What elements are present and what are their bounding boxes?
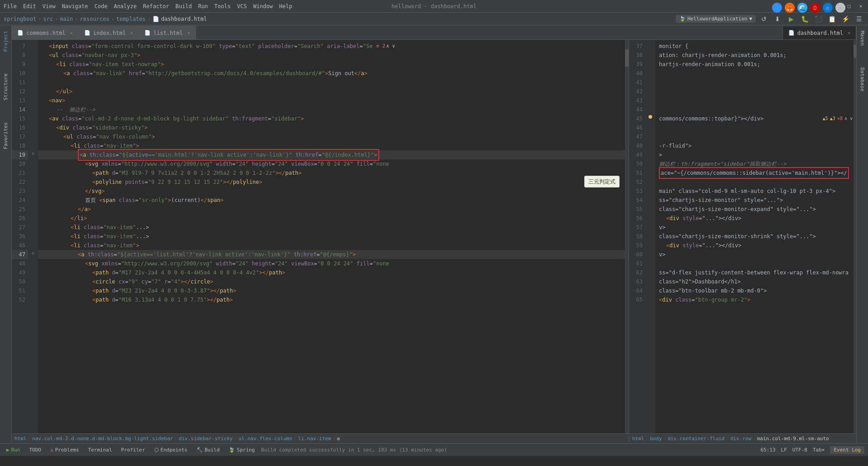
bc-li[interactable]: li.nav-item <box>298 436 331 442</box>
run-toolbar-button[interactable]: ▶ <box>786 14 796 24</box>
bc-div[interactable]: div.sidebar-sticky <box>179 436 233 442</box>
left-editor-pane: 7 8 9 10 11 12 13 14 15 16 17 18 19 20 <box>12 40 629 433</box>
gutter-breakpoint[interactable]: ◇ <box>28 248 38 257</box>
line-num: 45 <box>629 114 645 123</box>
event-log-button[interactable]: Event Log <box>830 446 864 454</box>
run-status-icon: ▶ <box>6 447 10 453</box>
code-line-12: </ul> <box>38 87 629 96</box>
rbc-body[interactable]: body <box>650 436 662 442</box>
terminal-button[interactable]: Terminal <box>86 446 115 454</box>
bc-html[interactable]: html <box>14 436 27 442</box>
run-status-button[interactable]: ▶ Run <box>4 446 23 454</box>
line-num: 11 <box>12 78 28 87</box>
tab-close[interactable]: ✕ <box>848 30 850 35</box>
reload-button[interactable]: ↺ <box>758 14 769 24</box>
menu-build[interactable]: Build <box>176 3 192 10</box>
more-button[interactable]: ☰ <box>854 14 864 24</box>
firefox-icon[interactable]: 🦊 <box>785 3 795 13</box>
right-scroll[interactable] <box>854 40 856 433</box>
tab-dashboard[interactable]: 📄 dashboard.html ✕ <box>783 26 856 39</box>
problems-button[interactable]: ⚠ Problems <box>48 446 82 454</box>
profile-button[interactable]: ⚡ <box>840 14 851 24</box>
bc-ul[interactable]: ul.nav.flex-column <box>238 436 292 442</box>
safari-icon[interactable]: ◎ <box>835 3 845 13</box>
breadcrumb-resources[interactable]: resources <box>80 16 110 22</box>
menu-edit[interactable]: Edit <box>23 3 36 10</box>
line-num: 50 <box>12 277 28 286</box>
browser3-icon[interactable]: 🌊 <box>797 3 807 13</box>
tab-close[interactable]: ✕ <box>70 30 73 35</box>
sidebar-maven[interactable]: Maven <box>858 29 867 48</box>
menu-analyze[interactable]: Analyze <box>114 3 137 10</box>
status-bar: ▶ Run TODO ⚠ Problems Terminal Profiler … <box>0 443 868 456</box>
tab-index[interactable]: 📄 index.html ✕ <box>79 26 139 39</box>
sidebar-database[interactable]: Database <box>858 66 867 93</box>
breadcrumb-springboot[interactable]: springboot <box>4 16 36 22</box>
build-button[interactable]: 🔨 Build <box>194 446 222 454</box>
rbc-html[interactable]: html <box>632 436 644 442</box>
coverage-button[interactable]: 📋 <box>826 14 837 24</box>
line-num: 37 <box>629 42 645 51</box>
line-num: 25 <box>12 205 28 214</box>
endpoints-button[interactable]: ⬡ Endpoints <box>152 446 191 454</box>
menu-vcs[interactable]: VCS <box>237 3 247 10</box>
profiler-button[interactable]: Profiler <box>119 446 148 454</box>
build-message: Build completed successfully in 1 sec, 1… <box>261 447 447 453</box>
line-num: 61 <box>629 259 645 268</box>
update-button[interactable]: ⬇ <box>772 14 783 24</box>
breadcrumb-main[interactable]: main <box>60 16 73 22</box>
bottom-breadcrumb: html › nav.col-md-2.d-none.d-md-block.bg… <box>12 433 856 443</box>
sidebar-favorites[interactable]: Favorites <box>1 120 10 151</box>
rbc-divrow[interactable]: div.row <box>730 436 751 442</box>
tab-icon: 📄 <box>17 30 24 36</box>
tab-label: dashboard.html <box>797 30 843 36</box>
breadcrumb-src[interactable]: src <box>43 16 53 22</box>
menu-bar[interactable]: File Edit View Navigate Code Analyze Ref… <box>4 3 292 10</box>
tab-list[interactable]: 📄 list.html ✕ <box>139 26 196 39</box>
toolbar-right: 🌐 🦊 🌊 O e ◎ 🍃 HellowordApplication ▼ ↺ ⬇… <box>676 14 864 24</box>
gutter-breakpoint[interactable]: ◇ <box>28 149 38 158</box>
line-num: 23 <box>12 187 28 196</box>
bc-nav[interactable]: nav.col-md-2.d-none.d-md-block.bg-light.… <box>32 436 173 442</box>
menu-refactor[interactable]: Refactor <box>143 3 169 10</box>
menu-run[interactable]: Run <box>198 3 208 10</box>
code-line-46: <li class="nav-item"> <box>38 241 629 250</box>
debug-button[interactable]: 🐛 <box>799 14 810 24</box>
tab-close[interactable]: ✕ <box>130 30 133 35</box>
menu-help[interactable]: Help <box>279 3 292 10</box>
line-num: 51 <box>12 286 28 295</box>
edge-icon[interactable]: e <box>823 3 833 13</box>
opera-icon[interactable]: O <box>810 3 820 13</box>
tab-label: commoms.html <box>26 30 66 36</box>
line-num: 59 <box>629 241 645 250</box>
encoding: UTF-8 <box>792 447 807 453</box>
sidebar-project[interactable]: Project <box>1 29 10 53</box>
menu-code[interactable]: Code <box>95 3 108 10</box>
main-container: Project Structure Favorites 📄 commoms.ht… <box>0 25 868 443</box>
error-indicator: ⊖ 2 ∧ ∨ <box>376 42 395 51</box>
spring-icon: 🍃 <box>229 447 235 453</box>
menu-window[interactable]: Window <box>253 3 272 10</box>
chrome-icon[interactable]: 🌐 <box>772 3 782 13</box>
menu-file[interactable]: File <box>4 3 17 10</box>
menu-view[interactable]: View <box>43 3 56 10</box>
line-num: 40 <box>629 69 645 78</box>
run-config-selector[interactable]: 🍃 HellowordApplication ▼ <box>676 15 756 23</box>
menu-tools[interactable]: Tools <box>215 3 231 10</box>
scrollbar-left[interactable] <box>625 40 629 433</box>
maximize-button[interactable]: □ <box>845 3 853 10</box>
close-button[interactable]: ✕ <box>857 3 864 10</box>
todo-button[interactable]: TODO <box>27 446 44 454</box>
sidebar-structure[interactable]: Structure <box>1 72 10 102</box>
rbc-div[interactable]: div.container-fluid <box>668 436 725 442</box>
code-content-right[interactable]: monitor { ation: chartjs-render-animatio… <box>655 40 856 433</box>
gutter-marker <box>645 230 655 239</box>
code-content-left[interactable]: <input class="form-control form-control-… <box>38 40 629 433</box>
spring-button[interactable]: 🍃 Spring <box>226 446 258 454</box>
tab-commoms[interactable]: 📄 commoms.html ✕ <box>12 26 79 39</box>
rcode-line-47 <box>655 132 856 141</box>
stop-button[interactable]: ⬛ <box>813 14 824 24</box>
tab-close[interactable]: ✕ <box>187 30 190 35</box>
breadcrumb-templates[interactable]: templates <box>116 16 146 22</box>
menu-navigate[interactable]: Navigate <box>62 3 88 10</box>
